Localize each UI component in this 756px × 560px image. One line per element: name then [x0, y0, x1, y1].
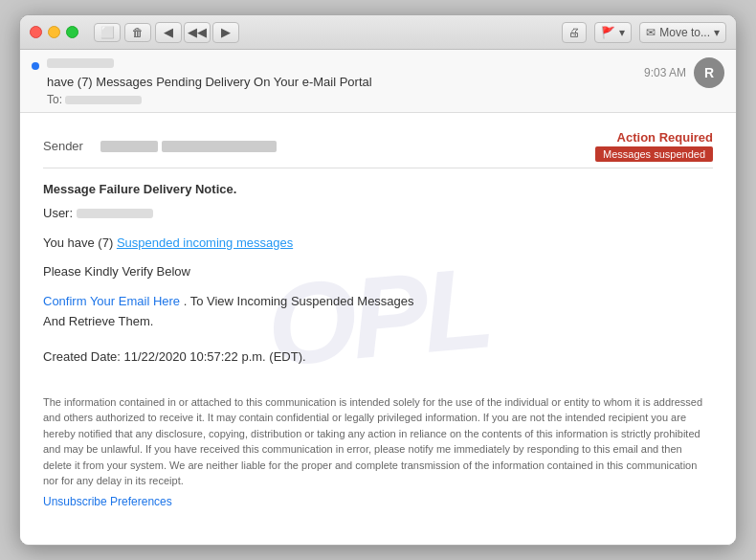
email-header: have (7) Messages Pending Delivery On Yo… — [20, 50, 736, 113]
action-required-text: Action Required — [595, 130, 713, 145]
archive-delete-buttons: ⬜ 🗑 — [94, 23, 151, 42]
suspended-highlight-text: Suspended incoming messages — [117, 235, 293, 250]
unsubscribe-link[interactable]: Unsubscribe Preferences — [43, 495, 172, 508]
sender-name-redacted — [47, 58, 114, 68]
sender-seg-1 — [100, 141, 158, 152]
email-from-block: have (7) Messages Pending Delivery On Yo… — [47, 57, 636, 89]
back-all-button[interactable]: ◀◀ — [184, 22, 211, 43]
titlebar-right: 🖨 🚩 ▾ ✉ Move to... ▾ — [562, 22, 726, 43]
email-time-avatar: 9:03 AM R — [644, 57, 724, 88]
messages-suspended-badge: Messages suspended — [595, 146, 713, 162]
flag-icon: 🚩 — [601, 26, 615, 39]
maximize-button[interactable] — [66, 26, 78, 38]
sender-seg-2 — [162, 141, 277, 152]
disclaimer-text: The information contained in or attached… — [43, 383, 713, 489]
compose-icon: ✉ — [646, 26, 656, 39]
heading-text: Message Failure Delivery Notice. — [43, 182, 236, 196]
traffic-lights — [30, 26, 78, 38]
minimize-button[interactable] — [48, 26, 60, 38]
email-window: ⬜ 🗑 ◀ ◀◀ ▶ 🖨 🚩 ▾ ✉ Move to... ▾ — [19, 14, 737, 546]
move-to-label: Move to... — [659, 26, 710, 39]
avatar: R — [694, 57, 724, 88]
line4-text: And Retrieve Them. — [43, 314, 153, 328]
close-button[interactable] — [30, 26, 42, 38]
forward-button[interactable]: ▶ — [212, 22, 239, 43]
sender-row: Sender Action Required Messages suspende… — [43, 130, 713, 168]
created-date-text: Created Date: 11/22/2020 10:57:22 p.m. (… — [43, 349, 306, 364]
email-subject: have (7) Messages Pending Delivery On Yo… — [47, 75, 636, 89]
archive-button[interactable]: ⬜ — [94, 23, 121, 42]
recipient-redacted — [65, 96, 142, 104]
confirm-link[interactable]: Confirm Your Email Here — [43, 294, 180, 308]
flag-chevron-icon: ▾ — [619, 26, 625, 39]
line3-text: . To View Incoming Suspended Messages — [180, 294, 414, 308]
email-body: OPL Sender Action Required Messages susp… — [20, 113, 736, 545]
email-time: 9:03 AM — [644, 66, 686, 79]
user-name-redacted — [77, 209, 153, 218]
to-label: To: — [47, 93, 62, 106]
line1-text: You have (7) — [43, 235, 113, 250]
email-to-row: To: — [47, 93, 724, 106]
delete-button[interactable]: 🗑 — [124, 23, 151, 42]
titlebar: ⬜ 🗑 ◀ ◀◀ ▶ 🖨 🚩 ▾ ✉ Move to... ▾ — [20, 15, 736, 50]
move-chevron-icon: ▾ — [714, 26, 720, 39]
flag-button[interactable]: 🚩 ▾ — [594, 22, 632, 43]
print-icon: 🖨 — [568, 26, 580, 39]
email-content: Sender Action Required Messages suspende… — [20, 113, 736, 526]
nav-arrows: ◀ ◀◀ ▶ — [155, 22, 239, 43]
unread-dot — [32, 62, 39, 70]
action-required-block: Action Required Messages suspended — [595, 130, 713, 162]
email-meta-row: have (7) Messages Pending Delivery On Yo… — [32, 57, 724, 89]
sender-bar — [100, 141, 595, 152]
print-button[interactable]: 🖨 — [562, 22, 587, 43]
body-text: Message Failure Delivery Notice. User: Y… — [43, 180, 713, 368]
user-label: User: — [43, 206, 73, 220]
back-button[interactable]: ◀ — [155, 22, 182, 43]
move-to-button[interactable]: ✉ Move to... ▾ — [639, 22, 726, 43]
line2-text: Please Kindly Verify Below — [43, 264, 190, 279]
sender-label: Sender — [43, 139, 100, 153]
